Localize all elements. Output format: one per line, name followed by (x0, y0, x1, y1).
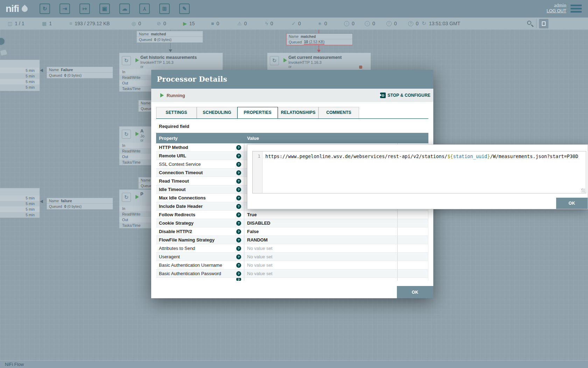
status-item: ? 0 (408, 18, 419, 29)
resize-handle[interactable] (581, 189, 585, 192)
property-name: FlowFile Naming Strategy (159, 237, 215, 243)
stat-value: 5 min (26, 85, 35, 89)
running-state-icon (160, 93, 164, 97)
connection-label[interactable]: Name failure Queued 0 (0 bytes) (47, 198, 113, 210)
connection-queued-size: (2.53 KB) (309, 40, 324, 44)
stat-label: Out (122, 81, 128, 85)
code-editor[interactable]: 1 https://www.pegelonline.wsv.de/webserv… (252, 151, 586, 193)
tab[interactable]: SCHEDULING (197, 107, 237, 118)
property-row[interactable]: Basic Authentication Password ? No value… (156, 270, 428, 278)
property-row[interactable]: Attributes to Send ? No value set (156, 244, 428, 253)
help-icon[interactable]: ? (236, 246, 241, 251)
connection-line (170, 30, 171, 31)
label-icon[interactable]: ✎ (179, 4, 190, 14)
help-icon[interactable]: ? (236, 204, 241, 209)
template-icon[interactable]: ⊞ (159, 4, 170, 14)
clipped-processor-top[interactable]: 5 min 5 min 5 min 5 min (0, 60, 40, 91)
tab[interactable]: SETTINGS (156, 107, 197, 118)
status-count: 0 (372, 21, 375, 26)
funnel-icon[interactable]: Y (139, 4, 150, 14)
remote-url-value-input[interactable]: https://www.pegelonline.wsv.de/webservic… (262, 151, 586, 193)
property-value: No value set (247, 246, 272, 251)
remote-process-group-icon[interactable]: ☁ (119, 4, 130, 14)
status-item: ▶ 15 (183, 18, 195, 29)
status-item: ⚠ 0 (237, 18, 247, 29)
connection-line (170, 43, 171, 50)
connection-queued-count: 0 (64, 73, 66, 77)
refresh-icon[interactable]: ↻ (422, 20, 426, 27)
logout-link[interactable]: LOG OUT (547, 8, 566, 13)
clipped-processor-bottom[interactable]: 5 min 5 min 5 min 5 min (0, 188, 40, 218)
required-field-note: Required field (159, 124, 428, 130)
line-number: 1 (258, 154, 260, 159)
code-segment: station_uuid (453, 154, 487, 159)
status-item: ≡ 193 / 279.12 KB (69, 18, 110, 29)
process-group-icon[interactable]: ▣ (99, 4, 110, 14)
status-count: 0 (298, 21, 301, 26)
connection-label[interactable]: Name Failure Queued 0 (0 bytes) (47, 67, 113, 79)
connection-arrow-icon (317, 50, 321, 53)
help-icon[interactable]: ? (236, 271, 241, 276)
property-row[interactable]: Basic Authentication Username ? No value… (156, 261, 428, 270)
stop-and-configure-button[interactable]: ⊛ STOP & CONFIGURE (380, 89, 430, 102)
tab[interactable]: RELATIONSHIPS (278, 107, 318, 118)
processor-title: Get current measurement (288, 55, 342, 60)
property-value: No value set (247, 271, 272, 276)
property-row[interactable]: Cookie Strategy ? DISABLED (156, 219, 428, 227)
status-item: ⊘ 0 (157, 18, 166, 29)
connection-label[interactable]: Name matched Queued 0 (0 bytes) (136, 31, 203, 43)
up-to-date-icon: ✓ (292, 21, 296, 26)
help-icon[interactable]: ? (236, 254, 241, 259)
property-row[interactable]: Disable HTTP/2 ? False (156, 227, 428, 236)
breadcrumb-flow-name[interactable]: NiFi Flow (5, 362, 24, 367)
help-icon[interactable]: ? (236, 154, 241, 158)
stat-label: Out (122, 218, 128, 222)
property-row[interactable]: Useragent ? No value set (156, 253, 428, 261)
global-menu-button[interactable] (570, 5, 582, 13)
invalid-icon: ⚠ (237, 21, 242, 26)
connection-queued-count: 10 (304, 40, 308, 44)
status-item: ▦ 1 (42, 18, 52, 29)
connection-queued-label: Queued (49, 204, 62, 209)
connection-name-label: Name (49, 199, 59, 203)
connection-line (318, 30, 319, 33)
property-row[interactable]: Follow Redirects ? True (156, 211, 428, 219)
property-name: Useragent (159, 254, 180, 259)
property-row[interactable]: FlowFile Naming Strategy ? RANDOM (156, 236, 428, 244)
help-icon[interactable]: ? (236, 238, 241, 243)
property-name: Basic Authentication Username (159, 263, 222, 268)
help-icon[interactable]: ? (236, 187, 241, 192)
bulletin-panel-button[interactable] (539, 19, 548, 28)
connection-label[interactable]: Name matched Queued 10 (2.53 KB) (286, 33, 353, 45)
connection-name-value: matched (301, 34, 316, 39)
code-segment: ${ (447, 154, 453, 159)
property-name: Disable HTTP/2 (159, 229, 192, 234)
tab[interactable]: COMMENTS (318, 107, 359, 118)
status-count: 1 / 1 (15, 21, 24, 26)
processor-icon[interactable]: ↻ (40, 4, 50, 14)
property-name: Read Timeout (159, 178, 189, 184)
editor-ok-button[interactable]: OK (556, 198, 588, 209)
help-icon[interactable]: ? (236, 221, 241, 226)
help-icon[interactable]: ? (236, 162, 241, 167)
help-icon[interactable]: ? (236, 212, 241, 217)
property-row-extra-cell (398, 211, 428, 219)
search-icon[interactable] (527, 21, 531, 25)
statusbar-divider (536, 19, 537, 28)
output-port-icon[interactable]: ↦ (79, 4, 90, 14)
input-port-icon[interactable]: ⇥ (59, 4, 70, 14)
queued-list-icon: ≡ (69, 21, 72, 26)
help-icon[interactable]: ? (236, 263, 241, 268)
status-count: 0 (244, 21, 247, 26)
help-icon[interactable]: ? (236, 179, 241, 184)
tab[interactable]: PROPERTIES (237, 107, 278, 118)
help-icon[interactable]: ? (236, 170, 241, 175)
stat-value: 5 min (26, 74, 35, 78)
status-count: 1 (49, 21, 52, 26)
help-icon[interactable]: ? (236, 229, 241, 234)
property-name: SSL Context Service (159, 162, 201, 167)
dialog-ok-button[interactable]: OK (397, 286, 433, 298)
help-icon[interactable]: ? (236, 196, 241, 200)
help-icon[interactable]: ? (236, 145, 241, 150)
transmitting-icon: ◎ (132, 21, 136, 26)
